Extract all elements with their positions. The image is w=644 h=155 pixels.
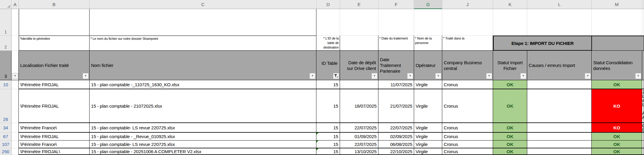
row-number-67[interactable]: 67 xyxy=(0,133,11,141)
column-header-D[interactable]: D xyxy=(316,0,340,9)
cell-filename[interactable]: 15 - plan comptable - 20251006 A COMPLET… xyxy=(90,148,316,155)
cell-location[interactable]: \Périmètre FROJAL\ xyxy=(19,148,90,155)
cell-location[interactable]: \Périmètre FROJAL xyxy=(19,80,90,89)
column-header-B[interactable]: B xyxy=(19,0,90,9)
cell-date-traitement[interactable]: 21/07/2025 xyxy=(378,89,414,123)
cell-A[interactable] xyxy=(11,123,19,133)
cell-A[interactable] xyxy=(11,89,19,123)
cell-company[interactable]: Cronus xyxy=(442,141,493,148)
header-cell-id-table[interactable]: ID Table ▼ xyxy=(316,51,340,80)
annotation-traite-dans[interactable]: * Traité dans la xyxy=(442,36,493,51)
cell-id-table[interactable]: 15 xyxy=(316,80,340,89)
filter-dropdown-localisation[interactable]: ▼ xyxy=(83,73,89,79)
cell-statut-import[interactable]: OK xyxy=(493,89,527,123)
cell-id-table[interactable]: 15 xyxy=(316,133,340,141)
cell-date-traitement[interactable]: 11/07/2025 xyxy=(378,80,414,89)
column-header-G-selected[interactable]: G xyxy=(414,0,442,9)
cell-statut-conso[interactable]: KO xyxy=(592,123,642,133)
column-header-F[interactable]: F xyxy=(378,0,414,9)
cell-company[interactable]: Cronus xyxy=(442,80,493,89)
cell-date-depot[interactable]: 22/07/2025 xyxy=(340,141,378,148)
annotation-id-table[interactable]: * L'ID de la table de destination xyxy=(316,36,340,51)
cell-date-depot[interactable]: 01/09/2025 xyxy=(340,133,378,141)
column-header-M[interactable]: M xyxy=(592,0,642,9)
header-cell-date-traitement[interactable]: Date Traitement Partenaire ▼ xyxy=(378,51,414,80)
annotation-localisation[interactable]: *Identifie le périmètre xyxy=(19,36,90,51)
cell-date-depot[interactable]: 22/07/2025 xyxy=(340,123,378,133)
row-number-1[interactable]: 1 xyxy=(0,9,11,36)
cell-operateur[interactable]: Virgile xyxy=(414,133,442,141)
header-cell-localisation[interactable]: Localisation Fichier traité ▼ xyxy=(19,51,90,80)
cell-statut-import[interactable]: OK xyxy=(493,133,527,141)
cell-E1[interactable] xyxy=(340,9,378,36)
column-header-E[interactable]: E xyxy=(340,0,378,9)
cell-E2[interactable] xyxy=(340,36,378,51)
cell-A1[interactable] xyxy=(11,9,19,36)
filter-dropdown-company[interactable]: ▼ xyxy=(486,73,492,79)
cell-causes-import[interactable] xyxy=(527,133,592,141)
row-number-26[interactable]: 26 xyxy=(0,89,11,123)
column-header-A[interactable]: A xyxy=(11,0,19,9)
cell-causes-import[interactable] xyxy=(527,123,592,133)
cell-statut-conso[interactable]: OK xyxy=(592,141,642,148)
cell-date-depot[interactable]: 13/10/2025 xyxy=(340,148,378,155)
filter-dropdown-statut-import[interactable]: ▼ xyxy=(520,73,526,79)
annotation-date-traitement[interactable]: * Date du traitement xyxy=(378,36,414,51)
cell-location[interactable]: \Périmètre France\ xyxy=(19,141,90,148)
etape1-banner[interactable]: Etape 1: IMPORT DU FICHIER xyxy=(493,36,592,51)
cell-operateur[interactable]: Virgile xyxy=(414,89,442,123)
cell-A[interactable] xyxy=(11,148,19,155)
filter-dropdown-causes-import[interactable]: ▼ xyxy=(585,73,591,79)
cell-statut-import[interactable]: OK xyxy=(493,141,527,148)
cell-statut-conso[interactable]: OK xyxy=(592,148,642,155)
cell-statut-import[interactable]: OK xyxy=(493,123,527,133)
column-header-K[interactable]: K xyxy=(493,0,527,9)
annotation-nom-fichier[interactable]: * Le nom du fichier sur notre dossier Sh… xyxy=(90,36,316,51)
cell-operateur[interactable]: Virgile xyxy=(414,148,442,155)
header-cell-statut-conso[interactable]: Statut Consolidation données ▼ xyxy=(592,51,642,80)
row-number-34[interactable]: 34 xyxy=(0,123,11,133)
cell-L1[interactable] xyxy=(527,9,592,36)
row-number-3[interactable]: 3 xyxy=(0,51,11,80)
filter-dropdown-date-traitement[interactable]: ▼ xyxy=(407,73,413,79)
header-cell-A[interactable]: ▼ xyxy=(11,51,19,80)
cell-id-table[interactable]: 15 xyxy=(316,141,340,148)
cell-G1[interactable] xyxy=(414,9,442,36)
cell-J1[interactable] xyxy=(442,9,493,36)
row-number-250[interactable]: 250 xyxy=(0,148,11,155)
row-number-2[interactable]: 2 xyxy=(0,36,11,51)
header-cell-statut-import[interactable]: Statut Import Fichier ▼ xyxy=(493,51,527,80)
cell-operateur[interactable]: Virgile xyxy=(414,141,442,148)
cell-filename[interactable]: 15 - plan comptable - 21072025.xlsx xyxy=(90,89,316,123)
cell-filename[interactable]: 15 - plan comptable- LS revue 220725.xls… xyxy=(90,123,316,133)
cell-company[interactable]: Cronus xyxy=(442,89,493,123)
cell-date-traitement[interactable]: 06/08/2025 xyxy=(378,141,414,148)
cell-statut-conso[interactable]: KO xyxy=(592,89,642,123)
column-header-C[interactable]: C xyxy=(90,0,316,9)
cell-date-traitement[interactable]: 22/10/2025 xyxy=(378,148,414,155)
etape2-banner-partial[interactable] xyxy=(592,36,644,51)
cell-statut-conso[interactable]: OK xyxy=(592,133,642,141)
cell-M1[interactable] xyxy=(592,9,642,36)
cell-A2[interactable] xyxy=(11,36,19,51)
cell-company[interactable]: Cronus xyxy=(442,133,493,141)
cell-location[interactable]: \Périmètre FROJAL xyxy=(19,133,90,141)
column-header-L[interactable]: L xyxy=(527,0,592,9)
cell-A[interactable] xyxy=(11,141,19,148)
cell-company[interactable]: Cronus xyxy=(442,148,493,155)
filter-dropdown-A[interactable]: ▼ xyxy=(12,73,18,79)
cell-date-traitement[interactable]: 02/09/2025 xyxy=(378,133,414,141)
cell-filename[interactable]: 15 - plan comptable- LS revue 220725.xls… xyxy=(90,141,316,148)
filter-dropdown-nom-fichier[interactable]: ▼ xyxy=(309,73,315,79)
filter-active-id-table[interactable]: ▼ xyxy=(333,73,339,79)
column-header-J[interactable]: J xyxy=(442,0,493,9)
select-all-corner[interactable] xyxy=(0,0,11,9)
cell-statut-import[interactable]: OK xyxy=(493,148,527,155)
cell-C1[interactable] xyxy=(90,9,316,36)
cell-id-table[interactable]: 15 xyxy=(316,89,340,123)
cell-statut-import[interactable]: OK xyxy=(493,80,527,89)
annotation-nom-personne[interactable]: * Nom de la personne xyxy=(414,36,442,51)
cell-operateur[interactable]: Virgile xyxy=(414,123,442,133)
header-cell-causes-import[interactable]: Causes / erreurs Import ▼ xyxy=(527,51,592,80)
cell-operateur[interactable]: Virgile xyxy=(414,80,442,89)
